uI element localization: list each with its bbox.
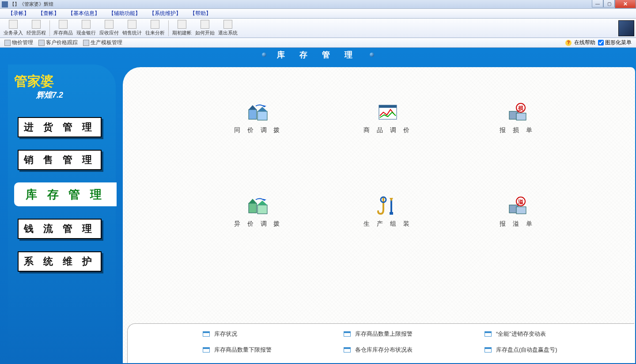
link-lower-alert[interactable]: 库存商品数量下限报警 [203,346,344,354]
warehouse-transfer2-icon [247,196,270,216]
svg-marker-3 [257,107,267,111]
module-label: 生 产 组 装 [363,220,412,228]
svg-rect-6 [379,105,397,108]
decor-dot-icon [262,53,266,57]
svg-rect-13 [257,205,267,214]
svg-rect-11 [249,203,257,213]
contact-icon [151,20,159,29]
customer-track-icon [38,40,45,46]
link-all-in-one[interactable]: “全能”进销存变动表 [485,330,625,338]
tb-receivable[interactable]: 应收应付 [98,19,121,37]
module-label: 同 价 调 拨 [234,126,283,134]
menu-aux[interactable]: 【辅助功能】 [104,9,145,18]
nav-purchase[interactable]: 进 货 管 理 [18,117,102,137]
setup-icon [178,20,186,29]
minimize-button[interactable]: — [592,0,603,8]
bottom-links-panel: 库存状况 库存商品数量上限报警 “全能”进销存变动表 库存商品数量下限报警 各仓… [127,323,634,363]
module-label: 报 损 单 [500,126,535,134]
page-header: 库 存 管 理 [0,48,636,62]
module-assembly[interactable]: 生 产 组 装 [363,196,412,228]
tb-inventory[interactable]: 库存商品 [52,19,75,37]
module-diff-price-transfer[interactable]: 异 价 调 拨 [234,196,283,228]
module-label: 商 品 调 价 [363,126,412,134]
menu-query[interactable]: 【查帐】 [34,9,64,18]
help-icon: ? [565,40,572,46]
sidebar: 管家婆 辉煌7.2 进 货 管 理 销 售 管 理 库 存 管 理 钱 流 管 … [8,64,116,364]
tb-business-history[interactable]: 经营历程 [25,19,48,37]
sub-prod-template[interactable]: 生产模板管理 [80,39,125,46]
tb-initial-setup[interactable]: 期初建帐 [170,19,193,37]
report-icon [344,347,351,353]
svg-marker-12 [249,199,257,203]
tb-sales-stat[interactable]: 销售统计 [121,19,144,37]
svg-text:损: 损 [518,105,524,111]
brand-logo: 管家婆 辉煌7.2 [8,64,116,105]
tb-exit[interactable]: 退出系统 [216,19,239,37]
module-price-adjust[interactable]: 商 品 调 价 [363,102,412,134]
report-icon [485,347,492,353]
cash-icon [82,20,91,29]
sub-toolbar: 物价管理 客户价格跟踪 生产模板管理 ? 在线帮助 图形化菜单 [0,38,636,48]
main-area: 库 存 管 理 管家婆 辉煌7.2 进 货 管 理 销 售 管 理 库 存 管 … [0,48,636,364]
graphical-menu-checkbox[interactable] [598,40,604,46]
sub-price-mgmt[interactable]: 物价管理 [2,39,36,46]
window-titlebar: 【】《管家婆》辉煌 — ▢ ✕ [0,0,636,9]
link-stock-status[interactable]: 库存状况 [203,330,344,338]
tb-how-to-start[interactable]: 如何开始 [193,19,216,37]
svg-rect-0 [249,110,257,119]
inventory-icon [59,20,68,29]
svg-rect-8 [516,113,526,120]
price-mgmt-icon [4,40,11,46]
menubar: 【录帐】 【查帐】 【基本信息】 【辅助功能】 【系统维护】 【帮助】 [0,9,636,19]
window-title: 【】《管家婆》辉煌 [10,1,53,8]
graphical-menu-toggle[interactable]: 图形化菜单 [598,39,632,46]
module-overflow-report[interactable]: 溢 报 溢 单 [500,196,535,228]
module-same-price-transfer[interactable]: 同 价 调 拨 [234,102,283,134]
link-warehouse-distrib[interactable]: 各仓库库存分布状况表 [344,346,485,354]
link-upper-alert[interactable]: 库存商品数量上限报警 [344,330,485,338]
svg-marker-18 [390,198,393,201]
decor-dot-icon [370,53,374,57]
maximize-button[interactable]: ▢ [603,0,615,8]
tb-business-entry[interactable]: 业务录入 [2,19,25,37]
receivable-icon [105,20,114,29]
nav-inventory[interactable]: 库 存 管 理 [14,182,117,206]
menu-help[interactable]: 【帮助】 [186,9,216,18]
nav-sales[interactable]: 销 售 管 理 [18,150,102,170]
assembly-icon [376,196,399,216]
menu-record[interactable]: 【录帐】 [4,9,34,18]
tb-contact-analysis[interactable]: 往来分析 [144,19,167,37]
module-label: 异 价 调 拨 [234,220,283,228]
svg-marker-1 [249,105,257,110]
tb-cash-bank[interactable]: 现金银行 [75,19,98,37]
template-icon [83,40,89,46]
link-stock-count[interactable]: 库存盘点(自动盘赢盘亏) [485,346,625,354]
svg-rect-17 [390,200,392,213]
toolbar-separator [49,20,50,36]
sales-stat-icon [128,20,136,29]
brand-version: 辉煌7.2 [36,90,111,100]
svg-rect-2 [257,111,267,120]
close-button[interactable]: ✕ [615,0,636,8]
svg-text:溢: 溢 [518,199,523,205]
svg-rect-19 [390,212,393,215]
sub-customer-price-track[interactable]: 客户价格跟踪 [36,39,80,46]
price-adjust-icon [376,102,399,122]
online-help-link[interactable]: 在线帮助 [574,39,595,46]
nav-cashflow[interactable]: 钱 流 管 理 [18,219,102,239]
report-icon [344,331,351,337]
report-icon [203,331,210,337]
damage-report-icon: 损 [506,102,529,122]
module-damage-report[interactable]: 损 报 损 单 [500,102,535,134]
toolbar-separator [168,20,169,36]
nav-system[interactable]: 系 统 维 护 [18,251,102,272]
app-icon [2,1,8,8]
menu-basic-info[interactable]: 【基本信息】 [64,9,104,18]
content-panel: 同 价 调 拨 商 品 调 价 [123,67,635,363]
overflow-report-icon: 溢 [506,196,529,216]
svg-marker-14 [257,201,267,205]
brand-cube-icon [618,20,634,36]
menu-system[interactable]: 【系统维护】 [145,9,186,18]
report-icon [485,331,492,337]
business-entry-icon [9,20,18,29]
